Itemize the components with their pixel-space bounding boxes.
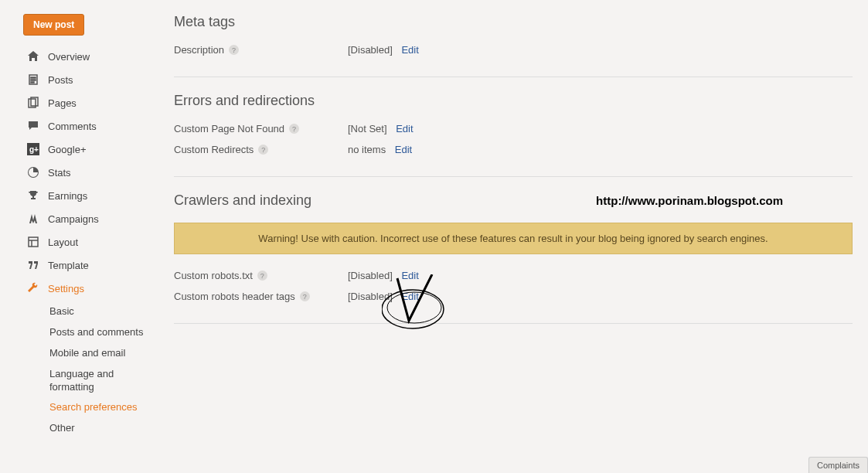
- sub-item-mobile-email[interactable]: Mobile and email: [46, 343, 158, 364]
- edit-description-link[interactable]: Edit: [401, 44, 418, 56]
- edit-not-found-link[interactable]: Edit: [396, 123, 413, 134]
- robots-txt-value: [Disabled]: [348, 270, 393, 281]
- meta-tags-section: Meta tags Description ? [Disabled] Edit: [174, 14, 853, 77]
- help-icon[interactable]: ?: [300, 291, 310, 301]
- help-icon[interactable]: ?: [289, 124, 299, 134]
- sidebar-item-stats[interactable]: Stats: [23, 161, 158, 184]
- nav-label: Campaigns: [48, 213, 99, 225]
- sidebar-item-layout[interactable]: Layout: [23, 230, 158, 254]
- svg-text:g+: g+: [29, 145, 39, 154]
- new-post-button[interactable]: New post: [23, 14, 84, 36]
- stats-icon: [26, 165, 40, 179]
- home-icon: [26, 49, 40, 63]
- sidebar-item-posts[interactable]: Posts: [23, 68, 158, 91]
- sidebar-item-settings[interactable]: Settings: [23, 277, 158, 300]
- errors-title: Errors and redirections: [174, 93, 853, 109]
- layout-icon: [26, 235, 40, 249]
- sub-item-posts-comments[interactable]: Posts and comments: [46, 322, 158, 343]
- nav-label: Layout: [48, 236, 78, 248]
- help-icon[interactable]: ?: [229, 45, 239, 55]
- edit-robots-txt-link[interactable]: Edit: [401, 270, 418, 281]
- main-content: Meta tags Description ? [Disabled] Edit …: [158, 14, 868, 439]
- nav-label: Stats: [48, 167, 71, 179]
- sub-item-search-prefs[interactable]: Search preferences: [46, 397, 158, 418]
- sidebar: New post Overview Posts Pages Comments g…: [23, 14, 158, 439]
- sidebar-item-campaigns[interactable]: Campaigns: [23, 207, 158, 230]
- nav-label: Posts: [48, 74, 73, 86]
- description-value: [Disabled]: [348, 44, 393, 56]
- sidebar-item-comments[interactable]: Comments: [23, 114, 158, 138]
- nav-label: Comments: [48, 121, 97, 132]
- help-icon[interactable]: ?: [257, 271, 267, 281]
- nav-label: Google+: [48, 144, 87, 155]
- complaints-tab[interactable]: Complaints: [808, 457, 868, 473]
- nav-label: Overview: [48, 51, 90, 63]
- nav-label: Template: [48, 260, 89, 271]
- wrench-icon: [26, 281, 40, 295]
- redirects-label: Custom Redirects: [174, 144, 254, 155]
- nav-label: Settings: [48, 283, 84, 294]
- redirects-value: no items: [348, 144, 386, 155]
- campaigns-icon: [26, 212, 40, 226]
- sidebar-item-googleplus[interactable]: g+ Google+: [23, 138, 158, 161]
- description-label: Description: [174, 44, 224, 56]
- url-annotation: http://www.porinam.blogspot.com: [596, 194, 783, 207]
- robots-txt-label: Custom robots.txt: [174, 270, 253, 281]
- posts-icon: [26, 73, 40, 87]
- crawlers-section: Crawlers and indexing http://www.porinam…: [174, 192, 853, 324]
- header-tags-label: Custom robots header tags: [174, 291, 295, 302]
- sub-item-other[interactable]: Other: [46, 418, 158, 439]
- warning-box: Warning! Use with caution. Incorrect use…: [174, 223, 853, 254]
- help-icon[interactable]: ?: [258, 145, 268, 155]
- nav-label: Earnings: [48, 190, 87, 202]
- nav-label: Pages: [48, 97, 77, 109]
- sub-item-basic[interactable]: Basic: [46, 301, 158, 322]
- sidebar-item-overview[interactable]: Overview: [23, 45, 158, 68]
- googleplus-icon: g+: [26, 142, 40, 156]
- meta-tags-title: Meta tags: [174, 14, 853, 30]
- edit-header-tags-link[interactable]: Edit: [401, 291, 418, 302]
- pages-icon: [26, 96, 40, 110]
- svg-rect-4: [29, 237, 38, 247]
- errors-section: Errors and redirections Custom Page Not …: [174, 93, 853, 177]
- sidebar-item-pages[interactable]: Pages: [23, 91, 158, 114]
- edit-redirects-link[interactable]: Edit: [395, 144, 412, 155]
- crawlers-title: Crawlers and indexing: [174, 192, 311, 209]
- header-tags-value: [Disabled]: [348, 291, 393, 302]
- comments-icon: [26, 119, 40, 133]
- template-icon: [26, 258, 40, 272]
- sidebar-item-template[interactable]: Template: [23, 254, 158, 277]
- not-found-value: [Not Set]: [348, 123, 387, 134]
- not-found-label: Custom Page Not Found: [174, 123, 284, 134]
- trophy-icon: [26, 189, 40, 202]
- sub-item-language[interactable]: Language and formatting: [46, 364, 158, 398]
- sidebar-item-earnings[interactable]: Earnings: [23, 184, 158, 207]
